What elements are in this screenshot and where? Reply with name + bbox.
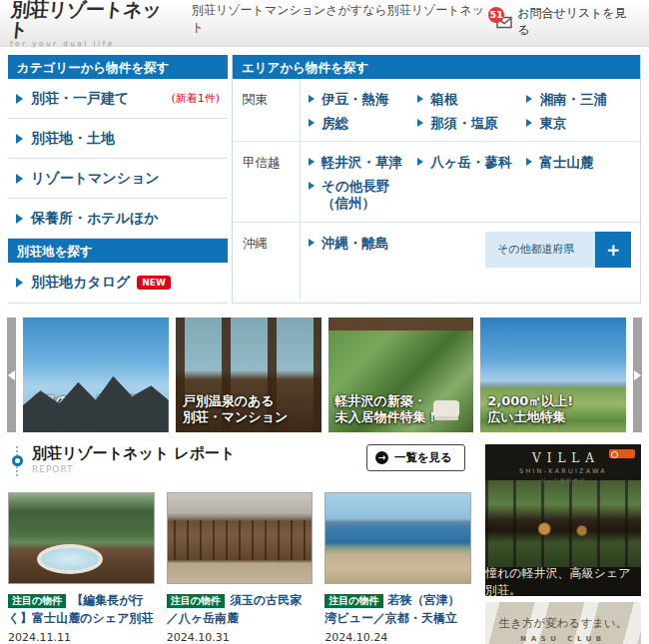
area-link-label: 湘南・三浦 (539, 91, 607, 109)
area-link-label: 富士山麓 (539, 154, 593, 172)
area-panel-title: エリアから物件を探す (233, 55, 640, 79)
villa-ad-header: VILLA SHIN-KARUIZAWA ヴィラ新軽井沢 (485, 444, 641, 480)
carousel-slide-onsen[interactable]: 戸別温泉のある 別荘・マンション (176, 318, 322, 432)
contact-list-link[interactable]: 51 お問合せリストを見る (496, 5, 639, 39)
arrow-right-icon (309, 95, 315, 103)
nasu-ad-brand: NASU CLUB (485, 635, 641, 643)
arrow-right-icon (309, 119, 315, 127)
featured-badge: 注目の物件 (8, 594, 66, 608)
arrow-right-icon (526, 95, 532, 103)
category-panel-title: カテゴリーから物件を探す (8, 55, 228, 79)
slide-caption: 人気の八ヶ岳・蓼科の 物件特集 (30, 393, 165, 426)
arrow-right-icon (309, 239, 315, 247)
category-item-catalog[interactable]: 別荘地カタログ NEW (8, 263, 228, 303)
arrow-right-icon (309, 182, 315, 190)
carousel-next-button[interactable] (633, 318, 642, 432)
article-title-block: 注目の物件須玉の古民家／八ヶ岳南麓 (167, 591, 314, 627)
arrow-circle-icon (375, 451, 388, 464)
article-card-kominka[interactable]: 注目の物件須玉の古民家／八ヶ岳南麓 2024.10.31 (167, 492, 314, 644)
carousel-slide-yatsugatake[interactable]: 人気の八ヶ岳・蓼科の 物件特集 (23, 318, 169, 432)
category-item-house[interactable]: 別荘・一戸建て (新着1件) (8, 79, 228, 119)
article-thumbnail (167, 492, 314, 584)
villa-ad-photo (485, 480, 641, 567)
arrow-right-icon (526, 158, 532, 166)
carousel-next-icon (634, 370, 641, 380)
category-item-label: 別荘地カタログ (31, 274, 130, 292)
article-card-wakasa[interactable]: 注目の物件若狭（宮津）湾ビュー／京都・天橋立 2024.10.24 (324, 492, 471, 644)
article-card-fujisanroku[interactable]: 注目の物件【編集長が行く】富士山麓のシェア別荘 2024.11.11 (8, 492, 155, 644)
bottom-section: 別荘リゾートネット レポート REPORT 一覧を見る 注目の物件【編集長が行く… (0, 432, 649, 644)
area-link-label: 房総 (322, 115, 348, 133)
area-link-label: 伊豆・熱海 (322, 91, 389, 109)
carousel-prev-icon (8, 370, 15, 380)
area-link-shonan-miura[interactable]: 湘南・三浦 (526, 88, 635, 112)
area-link-label: 軽井沢・草津 (322, 154, 402, 172)
article-thumbnail (324, 492, 471, 584)
article-title-block: 注目の物件【編集長が行く】富士山麓のシェア別荘 (8, 591, 155, 627)
villa-ad-logo-icon (609, 449, 635, 458)
area-link-nasu-shiobara[interactable]: 那須・塩原 (417, 112, 526, 136)
arrow-right-icon (526, 119, 532, 127)
new-arrivals-note: (新着1件) (171, 91, 220, 106)
villa-ad-note: ヴィラ新軽井沢 (485, 477, 641, 483)
area-link-izu-atami[interactable]: 伊豆・熱海 (309, 88, 417, 112)
area-link-label: その他長野（信州） (322, 178, 413, 213)
nasu-club-ad-banner[interactable]: 生き方が変わるすまい。 NASU CLUB (485, 602, 641, 644)
arrow-right-icon (16, 94, 23, 104)
area-link-other-nagano[interactable]: その他長野（信州） (309, 175, 417, 216)
slide-caption: 2,000㎡以上! 広い土地特集 (487, 393, 622, 426)
other-prefecture-box: その他都道府県 ＋ (485, 232, 631, 268)
article-date: 2024.10.24 (324, 631, 471, 644)
villa-land-panel-title: 別荘地を探す (8, 239, 228, 263)
category-panel: カテゴリーから物件を探す 別荘・一戸建て (新着1件) 別荘地・土地 リゾートマ… (8, 55, 228, 304)
area-row-koshinetsu: 甲信越 軽井沢・草津 八ヶ岳・蓼科 富士山麓 その他長野（信州） (233, 142, 640, 223)
contact-link-label: お問合せリストを見る (517, 5, 639, 39)
category-item-label: 別荘地・土地 (31, 130, 115, 148)
article-title-block: 注目の物件若狭（宮津）湾ビュー／京都・天橋立 (324, 591, 471, 627)
category-item-label: リゾートマンション (31, 170, 160, 188)
article-thumbnail (8, 492, 155, 584)
area-links: 伊豆・熱海 箱根 湘南・三浦 房総 那須・塩原 東京 (301, 79, 640, 141)
region-label: 甲信越 (233, 142, 301, 222)
header: 別荘リゾートネット for your dual life 別荘リゾートマンション… (0, 0, 649, 47)
region-label: 関東 (233, 79, 301, 141)
carousel-slide-land[interactable]: 2,000㎡以上! 広い土地特集 (480, 318, 626, 432)
area-link-karuizawa-kusatsu[interactable]: 軽井沢・草津 (309, 151, 417, 175)
report-subtitle: REPORT (32, 464, 235, 474)
area-link-boso[interactable]: 房総 (309, 112, 417, 136)
arrow-right-icon (417, 95, 423, 103)
expand-plus-button[interactable]: ＋ (595, 232, 631, 268)
category-item-resort-mansion[interactable]: リゾートマンション (8, 159, 228, 199)
site-logo-tagline: for your dual life (10, 40, 179, 48)
view-all-label: 一覧を見る (394, 450, 452, 465)
category-item-land[interactable]: 別荘地・土地 (8, 119, 228, 159)
site-logo[interactable]: 別荘リゾートネット for your dual life (10, 0, 179, 48)
other-prefecture-label: その他都道府県 (497, 242, 575, 257)
area-link-okinawa-ritou[interactable]: 沖縄・離島 (309, 232, 481, 256)
area-link-yatsugatake-tateshina[interactable]: 八ヶ岳・蓼科 (417, 151, 526, 175)
carousel-prev-button[interactable] (7, 318, 16, 432)
villa-ad-subbrand: SHIN-KARUIZAWA (485, 467, 641, 475)
area-link-hakone[interactable]: 箱根 (417, 88, 526, 112)
category-item-label: 別荘・一戸建て (31, 90, 129, 108)
category-item-hotel[interactable]: 保養所・ホテルほか (8, 199, 228, 239)
carousel-slide-karuizawa[interactable]: 軽井沢の新築・ 未入居物件特集！ (328, 318, 474, 432)
region-label: 沖縄 (233, 223, 301, 301)
area-panel: エリアから物件を探す 関東 伊豆・熱海 箱根 湘南・三浦 房総 那須・塩原 東京… (232, 55, 641, 304)
report-marker-icon (10, 446, 24, 478)
villa-ad-caption: 憧れの軽井沢、高級シェア別荘。 (485, 567, 641, 596)
arrow-right-icon (16, 134, 23, 144)
area-link-tokyo[interactable]: 東京 (526, 112, 635, 136)
area-link-fujisanroku[interactable]: 富士山麓 (526, 151, 635, 175)
article-date: 2024.10.31 (167, 631, 314, 644)
article-list: 注目の物件【編集長が行く】富士山麓のシェア別荘 2024.11.11 注目の物件… (8, 492, 471, 644)
view-all-button[interactable]: 一覧を見る (366, 444, 465, 471)
arrow-right-icon (16, 214, 23, 224)
area-link-label: 那須・塩原 (430, 115, 498, 133)
report-header: 別荘リゾートネット レポート REPORT 一覧を見る (8, 444, 471, 478)
feature-carousel: 人気の八ヶ岳・蓼科の 物件特集 戸別温泉のある 別荘・マンション 軽井沢の新築・… (0, 318, 649, 432)
arrow-right-icon (417, 158, 423, 166)
area-row-okinawa: 沖縄 沖縄・離島 その他都道府県 ＋ (233, 223, 640, 301)
arrow-right-icon (16, 174, 23, 184)
villa-karuizawa-ad-banner[interactable]: VILLA SHIN-KARUIZAWA ヴィラ新軽井沢 憧れの軽井沢、高級シェ… (485, 444, 641, 596)
